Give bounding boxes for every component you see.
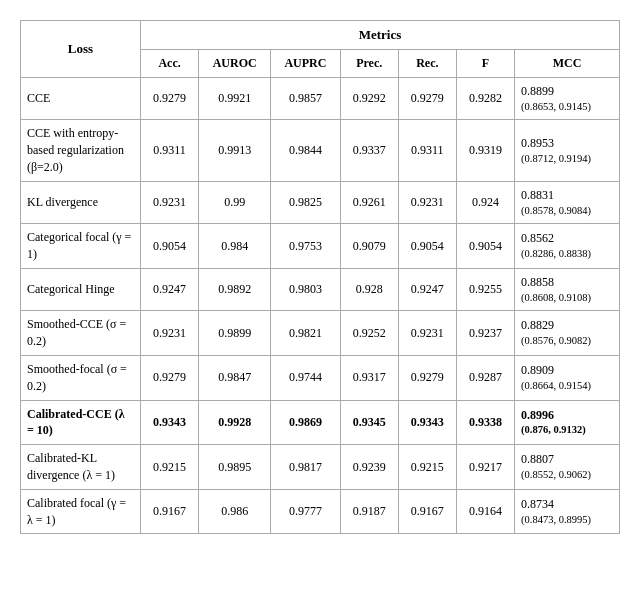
mcc-cell-1: 0.8953(0.8712, 0.9194) xyxy=(515,120,620,181)
table-row: KL divergence0.92310.990.98250.92610.923… xyxy=(21,181,620,223)
rec-cell-7: 0.9343 xyxy=(398,400,456,445)
loss-cell-4: Categorical Hinge xyxy=(21,268,141,310)
auprc-cell-7: 0.9869 xyxy=(271,400,341,445)
auprc-cell-2: 0.9825 xyxy=(271,181,341,223)
table-row: CCE with entropy-based regularization (β… xyxy=(21,120,620,181)
auprc-cell-4: 0.9803 xyxy=(271,268,341,310)
rec-cell-6: 0.9279 xyxy=(398,356,456,401)
rec-cell-0: 0.9279 xyxy=(398,77,456,119)
acc-cell-4: 0.9247 xyxy=(141,268,199,310)
table-row: Smoothed-CCE (σ = 0.2)0.92310.98990.9821… xyxy=(21,311,620,356)
mcc-cell-5: 0.8829(0.8576, 0.9082) xyxy=(515,311,620,356)
mcc-sub-4: (0.8608, 0.9108) xyxy=(521,291,613,306)
acc-cell-1: 0.9311 xyxy=(141,120,199,181)
f-cell-5: 0.9237 xyxy=(456,311,514,356)
auroc-cell-8: 0.9895 xyxy=(199,445,271,490)
mcc-cell-4: 0.8858(0.8608, 0.9108) xyxy=(515,268,620,310)
prec-cell-9: 0.9187 xyxy=(340,489,398,534)
col-header-rec: Rec. xyxy=(398,50,456,78)
table-row: Categorical Hinge0.92470.98920.98030.928… xyxy=(21,268,620,310)
table-row: CCE0.92790.99210.98570.92920.92790.92820… xyxy=(21,77,620,119)
f-cell-0: 0.9282 xyxy=(456,77,514,119)
mcc-cell-2: 0.8831(0.8578, 0.9084) xyxy=(515,181,620,223)
auroc-cell-0: 0.9921 xyxy=(199,77,271,119)
f-cell-4: 0.9255 xyxy=(456,268,514,310)
loss-cell-7: Calibrated-CCE (λ = 10) xyxy=(21,400,141,445)
loss-cell-9: Calibrated focal (γ = λ = 1) xyxy=(21,489,141,534)
loss-cell-0: CCE xyxy=(21,77,141,119)
auprc-cell-9: 0.9777 xyxy=(271,489,341,534)
mcc-cell-0: 0.8899(0.8653, 0.9145) xyxy=(515,77,620,119)
prec-cell-2: 0.9261 xyxy=(340,181,398,223)
f-cell-1: 0.9319 xyxy=(456,120,514,181)
rec-cell-9: 0.9167 xyxy=(398,489,456,534)
acc-cell-7: 0.9343 xyxy=(141,400,199,445)
prec-cell-5: 0.9252 xyxy=(340,311,398,356)
col-header-f: F xyxy=(456,50,514,78)
auroc-cell-6: 0.9847 xyxy=(199,356,271,401)
auroc-cell-9: 0.986 xyxy=(199,489,271,534)
mcc-sub-9: (0.8473, 0.8995) xyxy=(521,513,613,528)
prec-cell-3: 0.9079 xyxy=(340,224,398,269)
mcc-sub-2: (0.8578, 0.9084) xyxy=(521,204,613,219)
auroc-cell-3: 0.984 xyxy=(199,224,271,269)
prec-cell-6: 0.9317 xyxy=(340,356,398,401)
auprc-cell-1: 0.9844 xyxy=(271,120,341,181)
col-header-acc: Acc. xyxy=(141,50,199,78)
mcc-sub-3: (0.8286, 0.8838) xyxy=(521,247,613,262)
mcc-sub-7: (0.876, 0.9132) xyxy=(521,423,613,438)
f-cell-6: 0.9287 xyxy=(456,356,514,401)
f-cell-9: 0.9164 xyxy=(456,489,514,534)
loss-cell-8: Calibrated-KL divergence (λ = 1) xyxy=(21,445,141,490)
auroc-cell-4: 0.9892 xyxy=(199,268,271,310)
auprc-cell-6: 0.9744 xyxy=(271,356,341,401)
rec-cell-2: 0.9231 xyxy=(398,181,456,223)
prec-cell-0: 0.9292 xyxy=(340,77,398,119)
auprc-cell-5: 0.9821 xyxy=(271,311,341,356)
auroc-cell-1: 0.9913 xyxy=(199,120,271,181)
mcc-sub-6: (0.8664, 0.9154) xyxy=(521,379,613,394)
table-row: Categorical focal (γ = 1)0.90540.9840.97… xyxy=(21,224,620,269)
col-header-mcc: MCC xyxy=(515,50,620,78)
f-cell-8: 0.9217 xyxy=(456,445,514,490)
rec-cell-3: 0.9054 xyxy=(398,224,456,269)
prec-cell-7: 0.9345 xyxy=(340,400,398,445)
loss-cell-6: Smoothed-focal (σ = 0.2) xyxy=(21,356,141,401)
auroc-cell-7: 0.9928 xyxy=(199,400,271,445)
acc-cell-8: 0.9215 xyxy=(141,445,199,490)
acc-cell-6: 0.9279 xyxy=(141,356,199,401)
loss-cell-3: Categorical focal (γ = 1) xyxy=(21,224,141,269)
acc-cell-2: 0.9231 xyxy=(141,181,199,223)
auroc-cell-5: 0.9899 xyxy=(199,311,271,356)
table-row: Calibrated-KL divergence (λ = 1)0.92150.… xyxy=(21,445,620,490)
prec-cell-8: 0.9239 xyxy=(340,445,398,490)
table-row: Smoothed-focal (σ = 0.2)0.92790.98470.97… xyxy=(21,356,620,401)
mcc-sub-0: (0.8653, 0.9145) xyxy=(521,100,613,115)
acc-cell-0: 0.9279 xyxy=(141,77,199,119)
mcc-cell-6: 0.8909(0.8664, 0.9154) xyxy=(515,356,620,401)
mcc-sub-1: (0.8712, 0.9194) xyxy=(521,152,613,167)
rec-cell-8: 0.9215 xyxy=(398,445,456,490)
loss-cell-5: Smoothed-CCE (σ = 0.2) xyxy=(21,311,141,356)
f-cell-7: 0.9338 xyxy=(456,400,514,445)
mcc-cell-3: 0.8562(0.8286, 0.8838) xyxy=(515,224,620,269)
col-header-auroc: AUROC xyxy=(199,50,271,78)
rec-cell-1: 0.9311 xyxy=(398,120,456,181)
metrics-column-header: Metrics xyxy=(141,21,620,50)
rec-cell-4: 0.9247 xyxy=(398,268,456,310)
auprc-cell-3: 0.9753 xyxy=(271,224,341,269)
table-row: Calibrated focal (γ = λ = 1)0.91670.9860… xyxy=(21,489,620,534)
auprc-cell-8: 0.9817 xyxy=(271,445,341,490)
col-header-auprc: AUPRC xyxy=(271,50,341,78)
mcc-sub-8: (0.8552, 0.9062) xyxy=(521,468,613,483)
mcc-cell-8: 0.8807(0.8552, 0.9062) xyxy=(515,445,620,490)
acc-cell-9: 0.9167 xyxy=(141,489,199,534)
rec-cell-5: 0.9231 xyxy=(398,311,456,356)
prec-cell-4: 0.928 xyxy=(340,268,398,310)
acc-cell-5: 0.9231 xyxy=(141,311,199,356)
loss-cell-2: KL divergence xyxy=(21,181,141,223)
loss-column-header: Loss xyxy=(21,21,141,78)
mcc-cell-9: 0.8734(0.8473, 0.8995) xyxy=(515,489,620,534)
auprc-cell-0: 0.9857 xyxy=(271,77,341,119)
f-cell-2: 0.924 xyxy=(456,181,514,223)
